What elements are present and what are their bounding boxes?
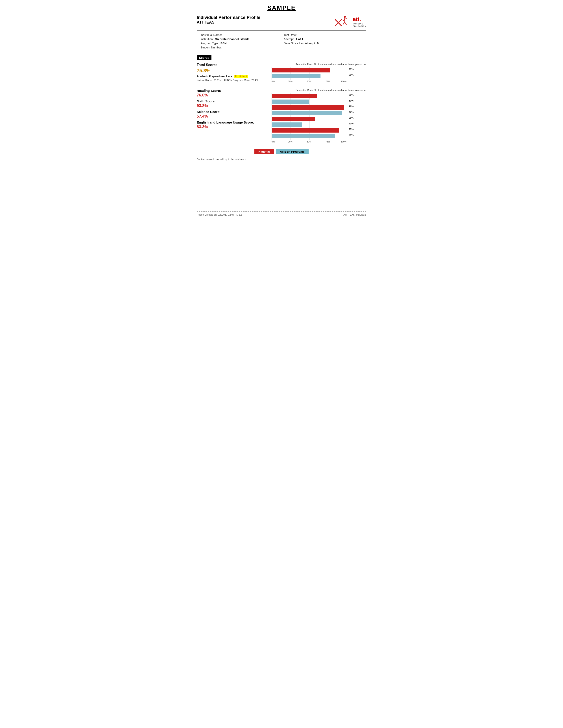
x-label-75%: 75% (326, 140, 330, 143)
total-score-left: Total Score: 75.3% Academic Preparedness… (197, 63, 267, 84)
score-val-1: 93.8% (197, 103, 267, 108)
ati-logo-graphic (333, 15, 351, 28)
score-name-2: Science Score: (197, 110, 267, 114)
bar-row-3: 94% (272, 111, 346, 116)
bar-row-7: 84% (272, 134, 346, 139)
bar-row-5: 40% (272, 122, 346, 127)
x-label-75%: 75% (326, 80, 330, 83)
report-footer: Report Created on: 2/8/2017 12:07 PM EST… (197, 213, 366, 216)
means-line: National Mean: 65.6% All BSN Programs Me… (197, 79, 267, 81)
logo-education: EDUCATION (353, 25, 366, 28)
score-item-2: Science Score:57.4% (197, 110, 267, 119)
score-item-1: Math Score:93.8% (197, 99, 267, 108)
student-number-row: Student Number: (200, 45, 279, 50)
institution-value: CA State Channel Islands (215, 37, 249, 41)
ati-logo: ati. NURSING EDUCATION (333, 15, 366, 28)
bar-row-1: 65% (272, 74, 346, 78)
header-left: Individual Performance Profile ATI TEAS (197, 15, 260, 25)
svg-point-0 (344, 16, 346, 18)
page-subtitle: ATI TEAS (197, 20, 260, 25)
institution-label: Institution: (200, 37, 213, 41)
detail-section: Reading Score:76.6%Math Score:93.8%Scien… (197, 89, 366, 144)
attempt-label: Attempt: (284, 37, 294, 41)
info-box: Individual Name: Institution: CA State C… (197, 30, 366, 52)
watermark: SAMPLE (197, 4, 366, 11)
score-name-1: Math Score: (197, 99, 267, 103)
info-right-col: Test Date: Attempt: 1 of 1 Days Since La… (284, 33, 363, 50)
bar-row-0: 60% (272, 94, 346, 98)
page-title: Individual Performance Profile (197, 15, 260, 20)
svg-line-4 (343, 22, 345, 25)
x-label-100%: 100% (341, 140, 346, 143)
total-score-label: Total Score: (197, 63, 267, 67)
detail-chart-area: Percentile Rank: % of students who score… (272, 89, 366, 144)
x-label-50%: 50% (307, 80, 311, 83)
test-date-label: Test Date: (284, 33, 297, 37)
bar-row-6: 90% (272, 128, 346, 133)
x-label-0%: 0% (272, 140, 275, 143)
total-score-value: 75.3% (197, 68, 267, 74)
footer-divider (197, 211, 366, 212)
logo-text: ati. NURSING EDUCATION (353, 16, 366, 28)
detail-bar-chart: 60%50%96%94%58%40%90%84%0%25%50%75%100% (272, 93, 366, 144)
detail-chart-title: Percentile Rank: % of students who score… (272, 89, 366, 91)
x-label-50%: 50% (307, 140, 311, 143)
legend-national: National (254, 149, 274, 154)
x-label-0%: 0% (272, 80, 275, 83)
institution-row: Institution: CA State Channel Islands (200, 37, 279, 41)
attempt-value: 1 of 1 (296, 37, 303, 41)
info-left-col: Individual Name: Institution: CA State C… (200, 33, 279, 50)
bsn-mean: All BSN Programs Mean: 70.4% (224, 79, 258, 81)
legend-section: National All BSN Programs (197, 149, 366, 154)
preparedness-value: Proficient (234, 75, 248, 78)
score-name-3: English and Language Usage Score: (197, 120, 267, 124)
logo-ati: ati. (353, 16, 366, 23)
program-type-label: Program Type: (200, 42, 219, 45)
legend-bsn-box: All BSN Programs (276, 149, 309, 154)
attempt-row: Attempt: 1 of 1 (284, 37, 363, 41)
legend-bsn: All BSN Programs (276, 149, 309, 154)
total-bar-chart: 78%65%0%25%50%75%100% (272, 67, 366, 84)
x-label-100%: 100% (341, 80, 346, 83)
report-id: ATI_TEAS_Individual (343, 213, 366, 216)
score-item-3: English and Language Usage Score:83.3% (197, 120, 267, 129)
header-section: Individual Performance Profile ATI TEAS … (197, 15, 366, 28)
bar-row-4: 58% (272, 116, 346, 121)
national-mean: National Mean: 65.6% (197, 79, 220, 81)
score-val-2: 57.4% (197, 114, 267, 119)
svg-line-5 (345, 22, 346, 25)
score-name-0: Reading Score: (197, 89, 267, 92)
bar-row-1: 50% (272, 99, 346, 104)
report-created: Report Created on: 2/8/2017 12:07 PM EST (197, 213, 244, 216)
total-score-chart: Percentile Rank: % of students who score… (272, 63, 366, 84)
score-item-0: Reading Score:76.6% (197, 89, 267, 98)
individual-name-row: Individual Name: (200, 33, 279, 37)
info-grid: Individual Name: Institution: CA State C… (200, 33, 363, 50)
legend-national-box: National (254, 149, 274, 154)
bar-row-0: 78% (272, 68, 346, 73)
bar-row-2: 96% (272, 105, 346, 110)
total-chart-title: Percentile Rank: % of students who score… (272, 63, 366, 66)
program-type-value: BSN (220, 42, 226, 45)
days-since-value: 0 (317, 42, 319, 45)
student-number-label: Student Number: (200, 46, 222, 49)
individual-name-label: Individual Name: (200, 33, 222, 37)
days-since-label: Days Since Last Attempt: (284, 42, 316, 45)
x-label-25%: 25% (288, 140, 293, 143)
test-date-row: Test Date: (284, 33, 363, 37)
footnote: Content areas do not add up to the total… (197, 158, 366, 161)
score-val-0: 76.6% (197, 93, 267, 98)
scores-header: Scores (197, 55, 211, 60)
logo-nursing: NURSING (353, 23, 366, 25)
program-type-row: Program Type: BSN (200, 41, 279, 45)
score-val-3: 83.3% (197, 125, 267, 129)
detail-left: Reading Score:76.6%Math Score:93.8%Scien… (197, 89, 267, 144)
total-score-section: Total Score: 75.3% Academic Preparedness… (197, 63, 366, 84)
preparedness-label: Academic Preparedness Level: (197, 75, 233, 78)
preparedness-line: Academic Preparedness Level: Proficient (197, 75, 267, 78)
x-label-25%: 25% (288, 80, 293, 83)
days-since-row: Days Since Last Attempt: 0 (284, 41, 363, 45)
detail-scores-list: Reading Score:76.6%Math Score:93.8%Scien… (197, 89, 267, 129)
